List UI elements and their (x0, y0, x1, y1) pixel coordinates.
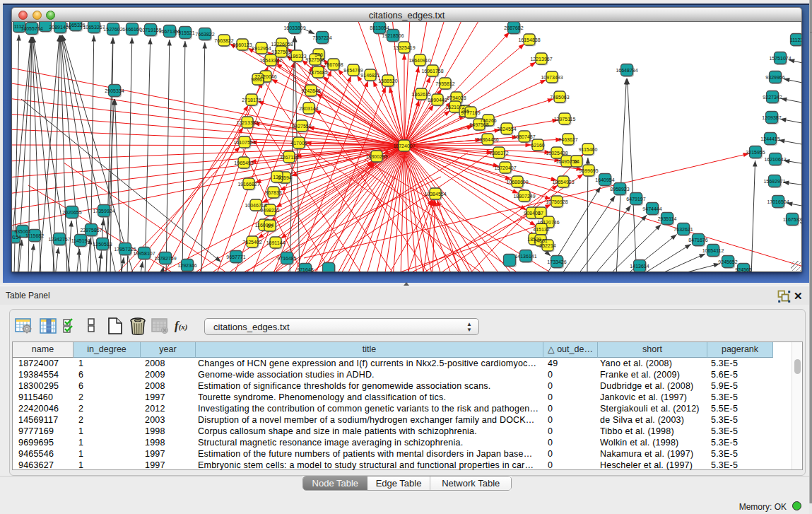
svg-text:1413614: 1413614 (630, 264, 649, 269)
svg-text:8471676: 8471676 (688, 238, 707, 243)
svg-text:9329966: 9329966 (765, 75, 784, 80)
svg-text:12975115: 12975115 (554, 117, 576, 122)
svg-text:3215955: 3215955 (746, 150, 765, 155)
svg-text:10654112: 10654112 (702, 248, 724, 253)
svg-text:8660123: 8660123 (233, 42, 252, 47)
svg-text:16107554: 16107554 (233, 140, 255, 145)
svg-text:12342757: 12342757 (48, 237, 70, 242)
svg-text:10973493: 10973493 (541, 75, 563, 80)
svg-text:2803144: 2803144 (299, 106, 318, 111)
svg-text:9242848: 9242848 (301, 88, 320, 93)
svg-text:9777169: 9777169 (461, 110, 480, 115)
svg-text:1733426: 1733426 (547, 259, 566, 264)
svg-text:6497568: 6497568 (469, 122, 488, 127)
svg-text:1965493: 1965493 (234, 160, 253, 165)
svg-text:17016504: 17016504 (767, 199, 789, 204)
svg-text:2887682: 2887682 (504, 25, 523, 30)
svg-text:23975867: 23975867 (80, 228, 102, 233)
svg-text:971648: 971648 (297, 267, 313, 272)
svg-text:1362615: 1362615 (411, 92, 430, 97)
svg-text:18640910: 18640910 (408, 58, 430, 63)
svg-text:8990448: 8990448 (428, 98, 447, 103)
svg-text:19384554: 19384554 (424, 192, 446, 197)
svg-text:8186323: 8186323 (287, 54, 306, 59)
svg-text:9716485: 9716485 (277, 256, 296, 261)
svg-text:18807249: 18807249 (513, 194, 535, 199)
svg-text:415132: 415132 (533, 227, 549, 232)
svg-text:2020655: 2020655 (62, 210, 81, 215)
svg-text:15720407: 15720407 (494, 165, 516, 170)
svg-text:9146821: 9146821 (360, 73, 379, 78)
svg-text:98961: 98961 (251, 77, 265, 82)
svg-text:924565: 924565 (735, 267, 751, 272)
svg-text:1145194: 1145194 (71, 238, 90, 243)
svg-text:10025438: 10025438 (546, 151, 567, 156)
svg-text:1691144: 1691144 (266, 240, 286, 245)
svg-text:7625402: 7625402 (242, 240, 261, 245)
svg-text:1527602: 1527602 (103, 27, 122, 32)
svg-text:6794028: 6794028 (447, 95, 466, 100)
svg-text:10046718: 10046718 (245, 203, 266, 208)
svg-text:1244415: 1244415 (760, 136, 779, 141)
svg-text:8454749: 8454749 (343, 68, 363, 73)
svg-text:8912954: 8912954 (252, 46, 271, 51)
svg-text:7663822: 7663822 (195, 32, 214, 37)
svg-text:2935114: 2935114 (658, 216, 677, 221)
svg-text:16033809: 16033809 (283, 25, 305, 30)
svg-text:16210643: 16210643 (764, 157, 786, 162)
svg-text:10653267: 10653267 (83, 25, 105, 30)
svg-text:1640954: 1640954 (595, 177, 614, 182)
svg-text:1588520: 1588520 (378, 78, 397, 83)
svg-text:2867608: 2867608 (324, 62, 343, 67)
svg-text:3267110: 3267110 (280, 155, 299, 160)
svg-text:16120746: 16120746 (537, 220, 559, 225)
svg-text:17359924: 17359924 (93, 209, 114, 214)
svg-text:2905334: 2905334 (105, 88, 124, 93)
svg-text:19958107: 19958107 (133, 251, 155, 256)
svg-text:39154: 39154 (12, 235, 21, 240)
svg-text:9227342: 9227342 (763, 95, 782, 100)
svg-text:7632621: 7632621 (673, 227, 693, 232)
svg-text:19218506: 19218506 (382, 33, 404, 38)
svg-text:9657771: 9657771 (226, 255, 245, 259)
svg-text:15692971: 15692971 (763, 179, 785, 184)
svg-text:1115682: 1115682 (25, 233, 44, 238)
svg-text:10688609: 10688609 (506, 180, 528, 185)
svg-text:546: 546 (314, 52, 323, 57)
svg-text:9245652: 9245652 (718, 259, 737, 264)
svg-text:8813054: 8813054 (370, 25, 389, 30)
svg-text:62160: 62160 (531, 143, 545, 148)
svg-text:9327508: 9327508 (305, 57, 324, 62)
svg-text:6479197: 6479197 (626, 197, 645, 201)
svg-text:9498222: 9498222 (260, 208, 279, 213)
svg-text:2718176: 2718176 (242, 98, 261, 103)
svg-text:7955812: 7955812 (435, 81, 454, 86)
svg-text:7386372: 7386372 (489, 151, 508, 156)
svg-text:1292346: 1292346 (177, 263, 196, 268)
svg-text:10756928: 10756928 (546, 199, 567, 204)
svg-text:12213967: 12213967 (530, 57, 552, 62)
svg-text:1250513: 1250513 (93, 242, 112, 247)
svg-text:133: 133 (273, 175, 281, 180)
svg-text:19166827: 19166827 (237, 182, 259, 187)
svg-text:14055714: 14055714 (20, 26, 42, 31)
svg-text:20364436: 20364436 (476, 137, 498, 142)
svg-text:1209387: 1209387 (762, 115, 781, 120)
svg-text:867833: 867833 (265, 190, 281, 195)
svg-text:89: 89 (267, 223, 273, 228)
svg-text:9699695: 9699695 (579, 168, 598, 173)
svg-text:67: 67 (538, 211, 543, 216)
svg-text:3824554: 3824554 (497, 127, 516, 132)
svg-text:18300295: 18300295 (365, 154, 387, 159)
svg-text:3875685: 3875685 (308, 70, 327, 75)
svg-text:11123: 11123 (790, 37, 801, 42)
svg-text:9115460: 9115460 (579, 147, 598, 152)
svg-text:13325419: 13325419 (393, 45, 415, 50)
svg-text:9474444: 9474444 (642, 206, 661, 211)
svg-text:24851: 24851 (534, 238, 548, 243)
svg-text:19654923: 19654923 (552, 180, 574, 185)
svg-text:7357224: 7357224 (312, 35, 331, 40)
svg-text:1167533: 1167533 (783, 217, 801, 222)
svg-text:16543382: 16543382 (259, 58, 281, 63)
svg-text:8958923: 8958923 (610, 187, 629, 192)
